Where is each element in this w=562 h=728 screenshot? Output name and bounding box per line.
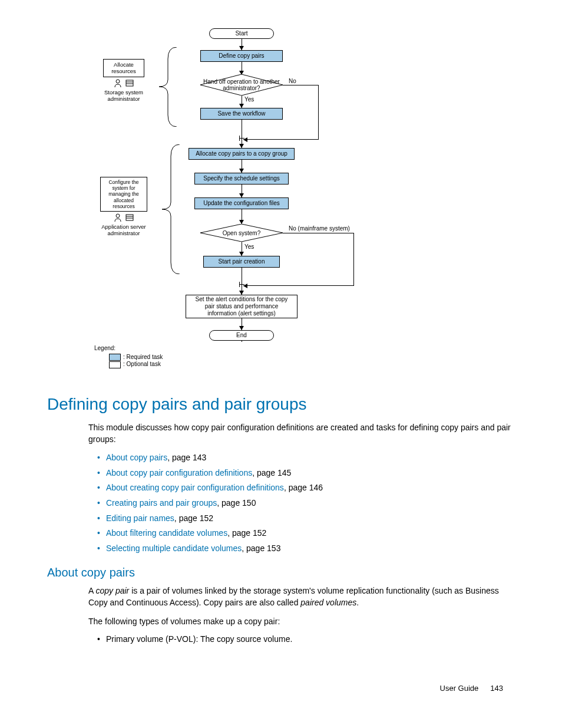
intro-paragraph: This module discusses how copy pair conf… <box>88 422 515 445</box>
label-no: No <box>289 78 296 84</box>
legend: Legend: : Required task : Optional task <box>94 345 163 368</box>
link-about-copy-pairs[interactable]: About copy pairs <box>106 453 167 462</box>
label-no-mainframe: No (mainframe system) <box>289 225 350 232</box>
link-selecting-volumes[interactable]: Selecting multiple candidate volumes <box>106 543 242 553</box>
link-creating-pairs[interactable]: Creating pairs and pair groups <box>106 498 217 508</box>
sidebox-allocate-resources: Allocate resources <box>103 59 144 77</box>
label-yes-1: Yes <box>244 96 254 103</box>
heading-about-copy-pairs: About copy pairs <box>47 566 515 579</box>
admin-icons-1 <box>103 78 144 88</box>
label-yes-2: Yes <box>244 243 254 250</box>
svg-point-6 <box>116 214 120 218</box>
sidebox-role-1: Storage system administrator <box>103 89 144 103</box>
brace-1 <box>150 47 180 127</box>
admin-icons-2 <box>100 213 147 222</box>
flow-start: Start <box>209 28 274 39</box>
workflow-flowchart: Start Define copy pairs Hand off operati… <box>94 24 401 377</box>
link-editing-pair-names[interactable]: Editing pair names <box>106 513 174 523</box>
toc-links: About copy pairs, page 143 About copy pa… <box>97 452 515 554</box>
para-copy-pair-def: A copy pair is a pair of volumes linked … <box>88 585 515 608</box>
bullet-pvol: Primary volume (P-VOL): The copy source … <box>97 634 515 644</box>
flow-define-pairs: Define copy pairs <box>200 50 283 62</box>
flow-end: End <box>209 330 274 341</box>
page-footer: User Guide143 <box>440 684 503 693</box>
svg-rect-7 <box>126 215 133 220</box>
brace-2 <box>153 144 183 274</box>
flow-update-config: Update the configuration files <box>194 197 289 209</box>
flow-open-system-decision: Open system? <box>200 224 283 242</box>
flow-schedule: Specify the schedule settings <box>194 173 289 185</box>
link-about-config-defs[interactable]: About copy pair configuration definition… <box>106 468 252 477</box>
link-about-creating-config-defs[interactable]: About creating copy pair configuration d… <box>106 483 284 492</box>
svg-rect-3 <box>126 80 133 86</box>
flow-handoff-decision: Hand off operation to another administra… <box>200 74 283 95</box>
para-types-intro: The following types of volumes make up a… <box>88 616 515 628</box>
sidebox-role-2: Application server administrator <box>100 223 147 237</box>
sidebox-configure-system: Configure the system for managing the al… <box>100 177 147 212</box>
flow-save-workflow: Save the workflow <box>200 108 283 120</box>
flow-allocate-group: Allocate copy pairs to a copy group <box>189 148 295 160</box>
link-filtering-volumes[interactable]: About filtering candidate volumes <box>106 528 227 538</box>
flow-start-pair-creation: Start pair creation <box>203 256 280 268</box>
flow-alert-settings: Set the alert conditions for the copy pa… <box>186 295 297 318</box>
heading-defining-copy-pairs: Defining copy pairs and pair groups <box>47 395 515 414</box>
svg-point-2 <box>116 80 120 83</box>
